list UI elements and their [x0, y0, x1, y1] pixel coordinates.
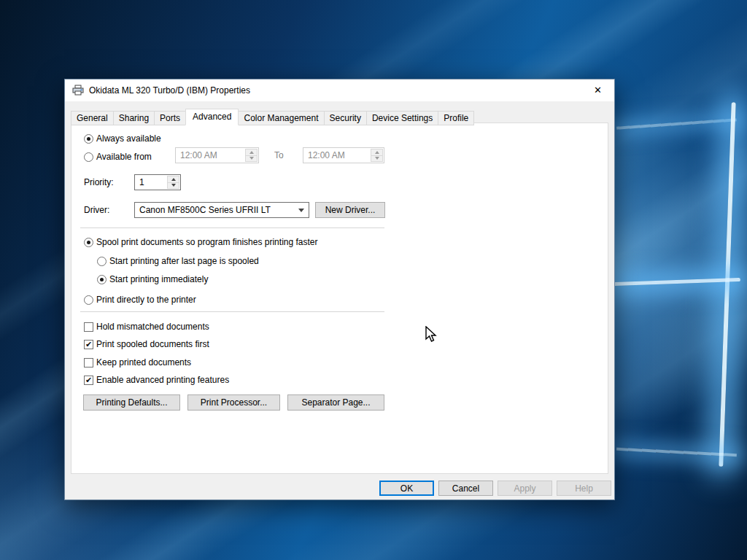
print-processor-label: Print Processor... — [201, 397, 267, 408]
ok-button[interactable]: OK — [379, 481, 434, 496]
help-button[interactable]: Help — [557, 481, 611, 496]
hold-mismatched-label[interactable]: Hold mismatched documents — [96, 322, 209, 332]
to-time-spinner — [371, 149, 383, 162]
from-time-value: 12:00 AM — [180, 148, 217, 163]
tab-strip: General Sharing Ports Advanced Color Man… — [71, 109, 473, 125]
hold-mismatched-checkbox[interactable] — [84, 322, 93, 332]
always-available-radio[interactable] — [84, 134, 93, 144]
arrow-down-icon — [375, 157, 379, 160]
start-immediately-label[interactable]: Start printing immediately — [109, 275, 208, 284]
advanced-tab-panel: Always available Available from 12:00 AM… — [71, 122, 608, 474]
print-spooled-first-checkbox[interactable] — [84, 340, 93, 349]
printer-properties-dialog: Okidata ML 320 Turbo/D (IBM) Properties … — [64, 79, 615, 500]
tab-ports[interactable]: Ports — [154, 111, 186, 125]
always-available-label[interactable]: Always available — [96, 134, 161, 144]
from-time-spinner — [245, 149, 258, 162]
arrow-down-icon — [171, 184, 176, 187]
dialog-title: Okidata ML 320 Turbo/D (IBM) Properties — [89, 79, 250, 101]
keep-printed-label[interactable]: Keep printed documents — [96, 358, 191, 368]
separator-page-label: Separator Page... — [301, 397, 370, 408]
enable-advanced-features-label[interactable]: Enable advanced printing features — [96, 376, 229, 385]
chevron-down-icon — [298, 209, 304, 212]
available-from-time-field[interactable]: 12:00 AM — [175, 147, 259, 163]
print-spooled-first-label[interactable]: Print spooled documents first — [96, 340, 209, 349]
print-directly-radio[interactable] — [84, 295, 93, 305]
arrow-up-icon — [249, 151, 254, 154]
printer-icon — [72, 85, 84, 96]
separator — [80, 311, 384, 312]
ok-button-label: OK — [400, 483, 413, 494]
printing-defaults-button[interactable]: Printing Defaults... — [83, 394, 180, 411]
arrow-up-icon — [171, 178, 176, 181]
dropdown-arrow-zone[interactable] — [295, 203, 308, 217]
start-immediately-radio[interactable] — [97, 275, 107, 284]
new-driver-button-label: New Driver... — [325, 205, 376, 215]
tab-device-settings[interactable]: Device Settings — [366, 111, 438, 125]
tab-security[interactable]: Security — [324, 111, 367, 125]
spin-down-button[interactable] — [167, 182, 179, 190]
close-icon: ✕ — [594, 85, 602, 96]
to-label: To — [274, 151, 284, 160]
spin-down-button[interactable] — [245, 155, 258, 163]
to-time-value: 12:00 AM — [308, 148, 345, 163]
driver-dropdown[interactable]: Canon MF8500C Series UFRII LT — [134, 202, 309, 218]
cancel-button-label: Cancel — [452, 483, 479, 494]
apply-button-label: Apply — [514, 483, 535, 494]
spool-documents-label[interactable]: Spool print documents so program finishe… — [96, 238, 318, 247]
priority-label: Priority: — [84, 178, 114, 187]
priority-spinner[interactable]: 1 — [134, 174, 181, 190]
driver-value: Canon MF8500C Series UFRII LT — [139, 203, 271, 217]
close-button[interactable]: ✕ — [581, 79, 614, 101]
print-directly-label[interactable]: Print directly to the printer — [96, 295, 196, 305]
priority-spin-buttons — [167, 176, 179, 189]
dialog-titlebar[interactable]: Okidata ML 320 Turbo/D (IBM) Properties … — [65, 79, 614, 101]
spin-down-button[interactable] — [371, 155, 383, 163]
spool-documents-radio[interactable] — [84, 238, 93, 247]
print-processor-button[interactable]: Print Processor... — [187, 394, 280, 411]
available-from-radio[interactable] — [84, 152, 93, 162]
arrow-down-icon — [249, 157, 254, 160]
start-after-last-page-label[interactable]: Start printing after last page is spoole… — [109, 257, 259, 266]
tab-color-management[interactable]: Color Management — [238, 111, 324, 125]
cancel-button[interactable]: Cancel — [438, 481, 493, 496]
driver-label: Driver: — [84, 206, 109, 215]
start-after-last-page-radio[interactable] — [97, 257, 107, 266]
separator-page-button[interactable]: Separator Page... — [287, 394, 384, 411]
arrow-up-icon — [375, 151, 379, 154]
tab-general[interactable]: General — [71, 111, 114, 125]
help-button-label: Help — [575, 483, 593, 494]
tab-advanced[interactable]: Advanced — [185, 109, 239, 125]
available-to-time-field[interactable]: 12:00 AM — [303, 147, 384, 163]
tab-profile[interactable]: Profile — [438, 111, 474, 125]
keep-printed-checkbox[interactable] — [84, 358, 93, 368]
separator — [80, 228, 384, 228]
printing-defaults-label: Printing Defaults... — [96, 397, 167, 408]
enable-advanced-features-checkbox[interactable] — [84, 376, 93, 385]
apply-button[interactable]: Apply — [498, 481, 552, 496]
available-from-label[interactable]: Available from — [96, 152, 152, 162]
tab-sharing[interactable]: Sharing — [113, 111, 155, 125]
priority-value: 1 — [139, 175, 144, 190]
new-driver-button[interactable]: New Driver... — [315, 202, 385, 218]
